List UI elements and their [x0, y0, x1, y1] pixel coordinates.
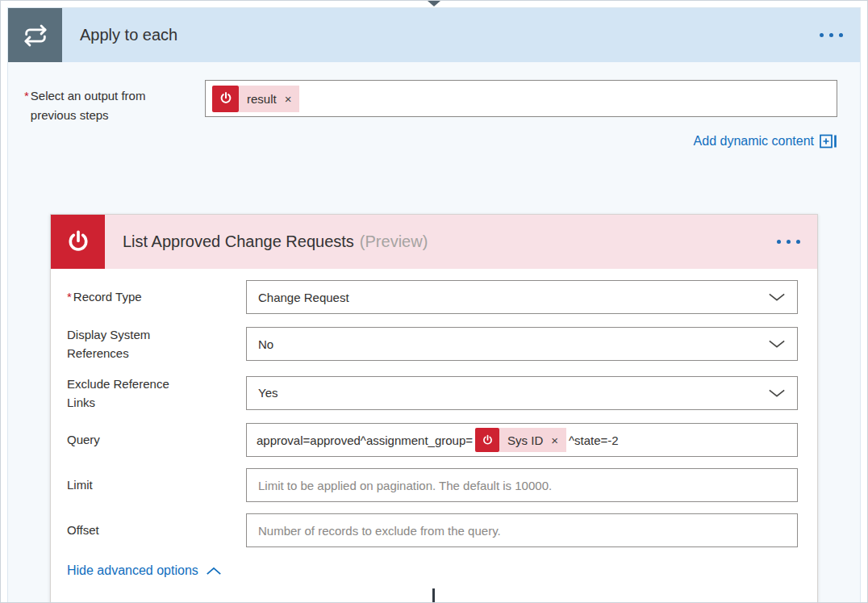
action-card-header[interactable]: List Approved Change Requests (Preview) [51, 215, 817, 269]
required-indicator: * [24, 89, 29, 103]
exclude-reference-links-dropdown[interactable]: Yes [246, 376, 798, 410]
apply-to-each-body: *Select an output from previous steps re… [8, 62, 860, 603]
dynamic-content-token-result[interactable]: result × [212, 86, 299, 112]
token-label-wrap: Sys ID × [499, 428, 566, 452]
servicenow-icon [475, 428, 499, 452]
exclude-reference-links-row: Exclude Reference Links Yes [67, 375, 798, 412]
display-system-references-row: Display System References No [67, 325, 798, 363]
chevron-down-icon [768, 388, 786, 398]
add-dynamic-content-link[interactable]: Add dynamic content [694, 134, 814, 149]
action-card-menu-button[interactable] [759, 215, 817, 269]
required-indicator: * [67, 290, 72, 304]
apply-to-each-menu-button[interactable] [802, 8, 860, 62]
ellipsis-dot [820, 33, 824, 37]
limit-row: Limit [67, 468, 798, 502]
dynamic-content-token-sys-id[interactable]: Sys ID × [475, 428, 566, 452]
limit-label: Limit [67, 475, 246, 494]
limit-input[interactable] [246, 468, 798, 502]
select-output-input[interactable]: result × [205, 80, 837, 117]
display-system-references-label: Display System References [67, 325, 246, 363]
apply-to-each-loop-icon [8, 8, 62, 62]
servicenow-icon [212, 86, 239, 112]
exclude-reference-links-label: Exclude Reference Links [67, 375, 246, 412]
apply-to-each-header[interactable]: Apply to each [8, 8, 860, 62]
record-type-label: *Record Type [67, 287, 246, 306]
connector-arrow-top [428, 1, 440, 6]
query-label: Query [67, 430, 246, 449]
connector-line-bottom [432, 588, 435, 602]
token-label: result [247, 92, 277, 106]
query-row: Query approval=approved^assignment_group… [67, 423, 798, 457]
select-output-label: *Select an output from previous steps [24, 80, 205, 125]
dropdown-value: Yes [258, 386, 278, 400]
query-text-before: approval=approved^assignment_group= [257, 433, 473, 447]
apply-to-each-scope: Apply to each *Select an output from pre… [7, 7, 861, 603]
display-system-references-dropdown[interactable]: No [246, 327, 798, 361]
offset-row: Offset [67, 513, 798, 547]
action-card-body: *Record Type Change Request Display Syst… [51, 269, 817, 602]
action-card: List Approved Change Requests (Preview) … [50, 214, 818, 603]
ellipsis-dot [829, 33, 833, 37]
servicenow-icon [51, 215, 105, 269]
advanced-options-row: Hide advanced options [67, 563, 798, 578]
offset-label: Offset [67, 521, 246, 539]
add-dynamic-content-row: Add dynamic content [24, 133, 837, 149]
dropdown-value: Change Request [258, 291, 349, 304]
chevron-down-icon [768, 292, 786, 302]
token-label-wrap: result × [239, 86, 299, 112]
select-output-row: *Select an output from previous steps re… [24, 80, 837, 125]
ellipsis-dot [777, 240, 781, 244]
action-card-title: List Approved Change Requests (Preview) [105, 215, 759, 269]
ellipsis-dot [839, 33, 843, 37]
token-remove-button[interactable]: × [285, 92, 292, 106]
apply-to-each-title: Apply to each [62, 8, 802, 62]
token-remove-button[interactable]: × [551, 433, 558, 447]
preview-tag: (Preview) [360, 232, 428, 251]
query-input[interactable]: approval=approved^assignment_group= Sys … [246, 423, 798, 457]
record-type-dropdown[interactable]: Change Request [246, 280, 798, 314]
chevron-up-icon [206, 567, 222, 576]
chevron-down-icon [768, 339, 786, 349]
hide-advanced-options-link[interactable]: Hide advanced options [67, 563, 222, 578]
dropdown-value: No [258, 337, 273, 351]
ellipsis-dot [787, 240, 791, 244]
add-dynamic-content-icon[interactable] [820, 133, 837, 149]
query-text-after: ^state=-2 [569, 433, 619, 447]
ellipsis-dot [796, 240, 800, 244]
token-label: Sys ID [507, 433, 543, 447]
record-type-row: *Record Type Change Request [67, 280, 798, 314]
offset-input[interactable] [246, 513, 798, 547]
